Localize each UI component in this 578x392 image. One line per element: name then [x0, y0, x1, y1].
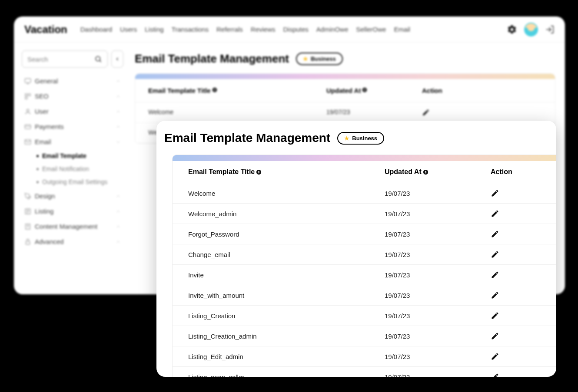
bullet-icon	[37, 168, 39, 170]
cell-date: 19/07/23	[385, 292, 491, 299]
col-updated[interactable]: Updated At	[385, 168, 422, 175]
nav-transactions[interactable]: Transactions	[172, 26, 209, 33]
edit-button[interactable]	[491, 189, 541, 198]
edit-button[interactable]	[491, 372, 541, 377]
chevron-down-icon	[116, 139, 121, 145]
sidebar-label-advanced: Advanced	[35, 238, 64, 245]
cell-title: Listing_open_seller	[188, 373, 385, 377]
cell-date: 19/07/23	[326, 109, 422, 116]
nav-disputes[interactable]: Disputes	[283, 26, 309, 33]
svg-point-21	[212, 88, 217, 92]
sidebar-item-general[interactable]: General	[22, 74, 123, 88]
edit-button[interactable]	[491, 250, 541, 259]
table-row: Listing_Creation_admin19/07/23	[173, 326, 556, 346]
bullet-icon	[37, 155, 39, 157]
sidebar-collapse-button[interactable]	[111, 50, 123, 68]
cell-date: 19/07/23	[385, 271, 491, 279]
logout-icon[interactable]	[545, 25, 555, 34]
sort-icon[interactable]	[212, 87, 218, 93]
cell-date: 19/07/23	[385, 312, 491, 320]
sidebar-sub-outgoing-settings[interactable]: Outgoing Email Settings	[22, 176, 123, 188]
sidebar-sub-label: Email Notification	[42, 165, 89, 172]
chevron-up-icon	[116, 109, 121, 114]
edit-button[interactable]	[491, 332, 541, 340]
sidebar-label-seo: SEO	[35, 92, 49, 100]
cell-title: Invite	[188, 271, 385, 279]
col-title[interactable]: Email Template Title	[148, 87, 211, 94]
nav-reviews[interactable]: Reviews	[251, 26, 276, 33]
col-title[interactable]: Email Template Title	[188, 168, 255, 175]
sidebar-sub-email-notification[interactable]: Email Notification	[22, 163, 123, 175]
nav-users[interactable]: Users	[120, 26, 137, 33]
sort-icon[interactable]	[256, 169, 262, 175]
lock-icon	[24, 238, 31, 245]
cell-date: 19/07/23	[385, 373, 491, 377]
edit-button[interactable]	[491, 352, 541, 361]
sidebar-item-payments[interactable]: Payments	[22, 119, 123, 134]
sort-icon[interactable]	[422, 169, 429, 175]
table-row: Invite_with_amount19/07/23	[173, 285, 556, 306]
cell-title: Welcome	[148, 109, 326, 116]
sidebar-item-listing[interactable]: Listing	[22, 204, 123, 218]
edit-button[interactable]	[491, 270, 541, 279]
sidebar-item-email[interactable]: Email	[22, 135, 123, 149]
col-action: Action	[491, 168, 541, 176]
sidebar-label-design: Design	[35, 192, 55, 200]
monitor-icon	[24, 78, 31, 85]
cell-title: Listing_Creation_admin	[188, 333, 385, 340]
table-row: Welcome19/07/23	[173, 183, 556, 204]
sidebar-item-design[interactable]: Design	[22, 189, 123, 203]
table-row: Listing_open_seller19/07/23	[173, 367, 556, 377]
edit-icon	[491, 209, 499, 218]
col-updated[interactable]: Updated At	[326, 87, 361, 94]
sort-icon[interactable]	[362, 87, 368, 93]
svg-rect-3	[25, 79, 30, 82]
nav-adminowe[interactable]: AdminOwe	[316, 26, 348, 33]
edit-icon[interactable]	[422, 109, 430, 116]
nav-dashboard[interactable]: Dashboard	[80, 26, 112, 33]
nav-listing[interactable]: Listing	[145, 26, 163, 33]
page-title: Email Template Management	[164, 131, 330, 145]
sidebar-label-user: User	[35, 108, 49, 115]
svg-rect-7	[28, 94, 30, 96]
sidebar-item-seo[interactable]: SEO	[22, 89, 123, 103]
chevron-up-icon	[116, 224, 121, 229]
svg-rect-10	[25, 125, 30, 128]
table-card: Email Template Title Updated At Action W…	[172, 155, 556, 377]
cell-title: Welcome_admin	[188, 210, 385, 217]
sidebar-sub-email-template[interactable]: Email Template	[22, 150, 123, 162]
star-icon: ★	[344, 135, 349, 142]
svg-point-22	[362, 88, 367, 92]
nav-referrals[interactable]: Referrals	[216, 26, 243, 33]
gradient-bar	[135, 74, 555, 79]
svg-point-9	[27, 109, 29, 111]
nav-sellerowe[interactable]: SellerOwe	[356, 26, 386, 33]
edit-button[interactable]	[491, 230, 541, 238]
nav-email[interactable]: Email	[394, 26, 410, 33]
edit-button[interactable]	[491, 291, 541, 300]
edit-icon	[491, 250, 499, 259]
page-title: Email Template Management	[135, 52, 289, 66]
sidebar-item-user[interactable]: User	[22, 104, 123, 119]
cell-title: Invite_with_amount	[188, 292, 385, 299]
table-row: Listing_Creation19/07/23	[173, 306, 556, 326]
seo-icon	[24, 93, 31, 100]
cell-title: Welcome	[188, 190, 385, 197]
cell-date: 19/07/23	[385, 251, 491, 258]
svg-point-1	[96, 56, 100, 61]
sidebar-item-advanced[interactable]: Advanced	[22, 234, 123, 249]
col-action: Action	[422, 87, 542, 94]
edit-button[interactable]	[491, 209, 541, 218]
card-icon	[24, 123, 31, 130]
business-badge: ★ Business	[296, 53, 343, 65]
sidebar-label-general: General	[35, 77, 58, 85]
table-row: Change_email19/07/23	[173, 244, 556, 265]
business-badge: ★ Business	[337, 132, 384, 145]
list-icon	[24, 208, 31, 215]
avatar[interactable]	[524, 23, 538, 36]
search-input[interactable]: Search	[22, 50, 108, 68]
foreground-panel: Email Template Management ★ Business Ema…	[156, 121, 556, 377]
gear-icon[interactable]	[507, 24, 517, 35]
edit-button[interactable]	[491, 311, 541, 320]
sidebar-item-content-management[interactable]: Content Management	[22, 219, 123, 234]
